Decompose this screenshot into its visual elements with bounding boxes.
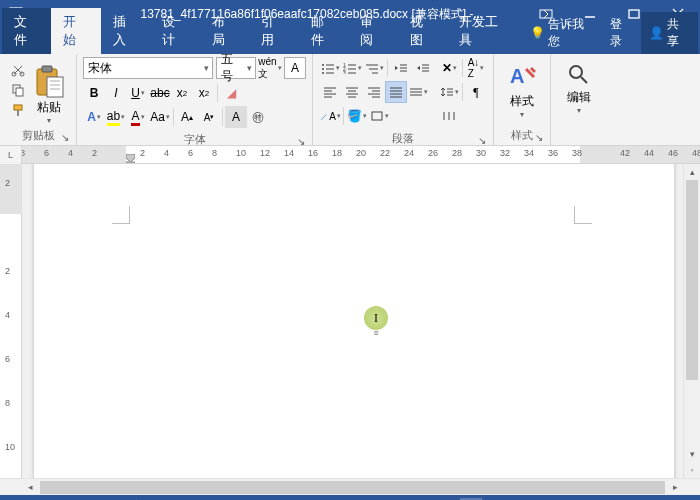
highlight-button[interactable]: ab	[105, 106, 127, 128]
indent-marker[interactable]	[126, 154, 135, 163]
align-center-button[interactable]	[341, 81, 363, 103]
enclose-char-button[interactable]: ㊕	[247, 106, 269, 128]
phonetic-guide-button[interactable]: wén文	[259, 57, 281, 79]
clipboard-launcher[interactable]: ↘	[58, 130, 72, 144]
text-effects-button[interactable]: A	[83, 106, 105, 128]
tab-selector[interactable]: L	[0, 146, 22, 164]
tab-review[interactable]: 审阅	[348, 8, 397, 54]
group-paragraph: 123 ⟋A 🪣 ✕	[313, 54, 494, 145]
shrink-font-button[interactable]: A▾	[198, 106, 220, 128]
scroll-left-button[interactable]: ◂	[22, 479, 38, 495]
group-clipboard-label: 剪贴板↘	[6, 126, 70, 145]
font-name-select[interactable]: 宋体	[83, 57, 213, 79]
clear-format-button[interactable]: ◢	[220, 82, 242, 104]
ruler-vertical[interactable]: 2246810	[0, 164, 22, 478]
text-direction-button[interactable]: ⟋A	[319, 105, 341, 127]
scroll-right-button[interactable]: ▸	[667, 479, 683, 495]
paste-icon	[33, 65, 65, 99]
svg-rect-14	[17, 110, 19, 116]
subscript-button[interactable]: x2	[171, 82, 193, 104]
justify-button[interactable]	[385, 81, 407, 103]
ribbon-tabs: 文件 开始 插入 设计 布局 引用 邮件 审阅 视图 开发工具 💡告诉我您 登录…	[0, 28, 700, 54]
italic-button[interactable]: I	[105, 82, 127, 104]
tab-design[interactable]: 设计	[150, 8, 199, 54]
scrollbar-vertical[interactable]: ▴ ▾ ◦	[683, 164, 700, 478]
scrollbar-horizontal[interactable]: ◂ ▸	[0, 478, 700, 495]
tell-me[interactable]: 💡告诉我您	[522, 12, 602, 54]
bucket-icon: 🪣	[347, 109, 362, 123]
cut-button[interactable]	[8, 61, 28, 79]
scroll-up-button[interactable]: ▴	[684, 164, 700, 180]
document-viewport[interactable]: I	[22, 164, 683, 478]
decrease-indent-button[interactable]	[390, 57, 412, 79]
svg-text:3: 3	[343, 70, 346, 74]
line-spacing-button[interactable]	[438, 81, 460, 103]
tab-mail[interactable]: 邮件	[299, 8, 348, 54]
page[interactable]: I	[34, 164, 674, 478]
underline-button[interactable]: U	[127, 82, 149, 104]
snap-to-grid-button[interactable]	[438, 105, 460, 127]
tab-insert[interactable]: 插入	[101, 8, 150, 54]
tab-dev[interactable]: 开发工具	[447, 8, 522, 54]
char-border-button[interactable]: A	[284, 57, 306, 79]
group-styles: A 样式 ▾ 样式↘	[494, 54, 551, 145]
share-button[interactable]: 👤共享	[641, 12, 698, 54]
font-color-button[interactable]: A	[127, 106, 149, 128]
sort-button[interactable]: A↓Z	[465, 57, 487, 79]
styles-button[interactable]: A 样式 ▾	[500, 57, 544, 119]
shading-button[interactable]: 🪣	[346, 105, 368, 127]
align-left-button[interactable]	[319, 81, 341, 103]
change-case-button[interactable]: Aa	[149, 106, 171, 128]
scroll-thumb-h[interactable]	[40, 481, 665, 494]
increase-indent-button[interactable]	[412, 57, 434, 79]
share-icon: 👤	[649, 26, 664, 40]
editing-button[interactable]: 编辑 ▾	[557, 57, 601, 115]
eraser-icon: ◢	[227, 86, 236, 100]
numbering-button[interactable]: 123	[341, 57, 363, 79]
strikethrough-button[interactable]: abc	[149, 82, 171, 104]
svg-rect-16	[42, 66, 52, 72]
font-size-select[interactable]: 五号	[216, 57, 256, 79]
svg-point-69	[570, 66, 582, 78]
find-icon	[567, 63, 591, 87]
svg-rect-61	[372, 112, 382, 120]
paragraph-launcher[interactable]: ↘	[475, 133, 489, 147]
group-clipboard: 粘贴 ▾ 剪贴板↘	[0, 54, 77, 145]
tab-references[interactable]: 引用	[249, 8, 298, 54]
scroll-down-button[interactable]: ▾	[684, 446, 700, 462]
svg-point-25	[322, 72, 324, 74]
superscript-button[interactable]: x2	[193, 82, 215, 104]
styles-icon: A	[508, 63, 536, 91]
svg-rect-17	[47, 77, 63, 97]
tab-layout[interactable]: 布局	[200, 8, 249, 54]
ruler-horizontal[interactable]: L 86422468101214161820222426283032343638…	[0, 146, 700, 164]
styles-launcher[interactable]: ↘	[532, 130, 546, 144]
object-browse-button[interactable]: ◦	[684, 462, 700, 478]
svg-rect-12	[16, 88, 23, 96]
show-marks-button[interactable]: ¶	[465, 81, 487, 103]
distributed-button[interactable]	[407, 81, 429, 103]
ribbon: 粘贴 ▾ 剪贴板↘ 宋体 五号 wén文 A B I U abc x2 x2 ◢	[0, 54, 700, 146]
tab-view[interactable]: 视图	[398, 8, 447, 54]
group-font: 宋体 五号 wén文 A B I U abc x2 x2 ◢ A ab A Aa	[77, 54, 313, 145]
bulb-icon: 💡	[530, 26, 545, 40]
copy-button[interactable]	[8, 81, 28, 99]
paste-button[interactable]: 粘贴 ▾	[28, 57, 70, 125]
svg-point-23	[322, 68, 324, 70]
scroll-thumb-v[interactable]	[686, 180, 698, 380]
align-right-button[interactable]	[363, 81, 385, 103]
char-shading-button[interactable]: A	[225, 106, 247, 128]
tab-home[interactable]: 开始	[51, 8, 100, 54]
bullets-button[interactable]	[319, 57, 341, 79]
multilevel-list-button[interactable]	[363, 57, 385, 79]
group-editing: 编辑 ▾	[551, 54, 607, 145]
svg-point-21	[322, 64, 324, 66]
bold-button[interactable]: B	[83, 82, 105, 104]
asian-layout-button[interactable]: ✕	[438, 57, 460, 79]
login-button[interactable]: 登录	[602, 12, 641, 54]
borders-button[interactable]	[368, 105, 390, 127]
tab-file[interactable]: 文件	[2, 8, 51, 54]
group-styles-label: 样式↘	[500, 126, 544, 145]
format-painter-button[interactable]	[8, 101, 28, 119]
grow-font-button[interactable]: A▴	[176, 106, 198, 128]
